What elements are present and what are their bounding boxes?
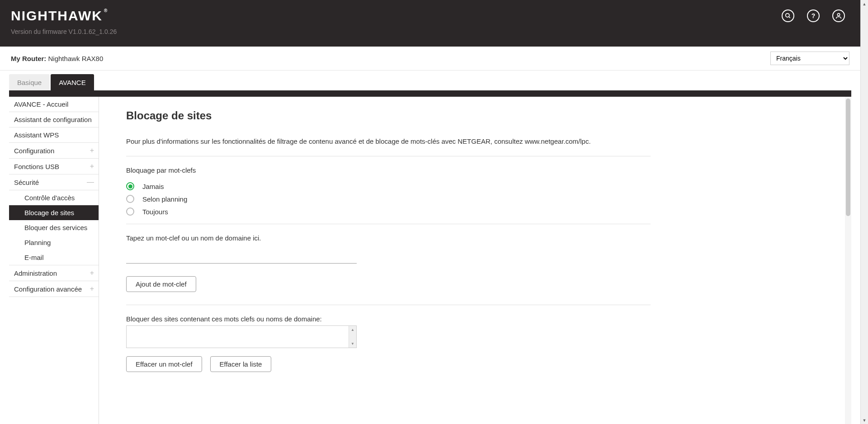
plus-icon: +	[90, 285, 94, 293]
radio-icon	[126, 207, 134, 216]
sidebar-item-home[interactable]: AVANCE - Accueil	[9, 97, 99, 112]
user-icon[interactable]	[832, 9, 845, 22]
info-text: Pour plus d'informations sur les fonctio…	[126, 137, 651, 145]
radio-schedule-label: Selon planning	[142, 195, 187, 203]
help-icon[interactable]: ?	[807, 9, 820, 22]
plus-icon: +	[90, 269, 94, 277]
scroll-down-icon[interactable]: ▼	[861, 416, 868, 424]
plus-icon: +	[90, 146, 94, 155]
router-bar: My Router: Nighthawk RAX80 Français	[0, 47, 860, 71]
plus-icon: +	[90, 162, 94, 170]
keyword-prompt: Tapez un mot-clef ou un nom de domaine i…	[126, 234, 651, 242]
block-list-label: Bloquer des sites contenant ces mots cle…	[126, 315, 651, 323]
window-scrollbar[interactable]: ▲ ▼	[860, 0, 868, 424]
divider	[126, 156, 651, 156]
svg-line-1	[789, 17, 790, 18]
minus-icon: —	[87, 178, 94, 186]
tab-bar: Basique AVANCE	[0, 71, 860, 90]
sidebar: AVANCE - Accueil Assistant de configurat…	[9, 97, 99, 424]
svg-point-0	[786, 14, 789, 17]
svg-point-2	[837, 14, 840, 16]
content-scrollbar[interactable]	[845, 97, 851, 424]
radio-icon	[126, 182, 134, 190]
tab-advanced[interactable]: AVANCE	[51, 74, 94, 90]
scroll-down-icon[interactable]: ▼	[349, 340, 356, 348]
sidebar-sub-planning[interactable]: Planning	[9, 235, 99, 250]
add-keyword-button[interactable]: Ajout de mot-clef	[126, 276, 196, 292]
tab-strip	[9, 90, 851, 97]
scroll-up-icon[interactable]: ▲	[349, 326, 356, 334]
router-label: My Router: Nighthawk RAX80	[11, 55, 103, 62]
brand-logo: NIGHTHAWK®	[11, 8, 108, 24]
radio-always[interactable]: Toujours	[126, 207, 651, 216]
clear-list-button[interactable]: Effacer la liste	[210, 356, 272, 372]
sidebar-item-configuration[interactable]: Configuration+	[9, 143, 99, 159]
keyword-section-label: Bloquage par mot-clefs	[126, 166, 651, 174]
scrollbar-thumb[interactable]	[846, 99, 850, 216]
sidebar-item-security[interactable]: Sécurité—	[9, 174, 99, 190]
tab-basic[interactable]: Basique	[9, 74, 50, 90]
listbox-scrollbar[interactable]: ▲ ▼	[349, 326, 356, 348]
scroll-up-icon[interactable]: ▲	[861, 0, 868, 8]
sidebar-item-administration[interactable]: Administration+	[9, 265, 99, 281]
top-icon-bar: ?	[782, 9, 845, 22]
sidebar-sub-access-control[interactable]: Contrôle d'accès	[9, 190, 99, 205]
sidebar-item-usb[interactable]: Fonctions USB+	[9, 159, 99, 174]
sidebar-item-wps-wizard[interactable]: Assistant WPS	[9, 127, 99, 143]
radio-icon	[126, 195, 134, 203]
divider	[126, 305, 651, 305]
divider	[126, 224, 651, 224]
top-header: NIGHTHAWK® ? Version du firmware V1.0.1.…	[0, 0, 860, 47]
radio-schedule[interactable]: Selon planning	[126, 195, 651, 203]
sidebar-sub-email[interactable]: E-mail	[9, 250, 99, 265]
keyword-radio-group: Jamais Selon planning Toujours	[126, 182, 651, 216]
sidebar-item-advanced-config[interactable]: Configuration avancée+	[9, 281, 99, 297]
radio-never-label: Jamais	[142, 183, 164, 190]
delete-keyword-button[interactable]: Effacer un mot-clef	[126, 356, 202, 372]
sidebar-sub-block-sites[interactable]: Blocage de sites	[9, 205, 99, 220]
content-area: Blocage de sites Pour plus d'information…	[99, 97, 851, 424]
sidebar-sub-block-services[interactable]: Bloquer des services	[9, 220, 99, 235]
search-icon[interactable]	[782, 9, 794, 22]
page-title: Blocage de sites	[126, 109, 651, 122]
radio-never[interactable]: Jamais	[126, 182, 651, 190]
language-select[interactable]: Français	[770, 52, 849, 65]
keyword-input[interactable]	[126, 250, 357, 264]
radio-always-label: Toujours	[142, 208, 168, 216]
blocked-keywords-listbox[interactable]: ▲ ▼	[126, 325, 357, 348]
firmware-version: Version du firmware V1.0.1.62_1.0.26	[11, 28, 849, 35]
sidebar-item-setup-wizard[interactable]: Assistant de configuration	[9, 112, 99, 127]
